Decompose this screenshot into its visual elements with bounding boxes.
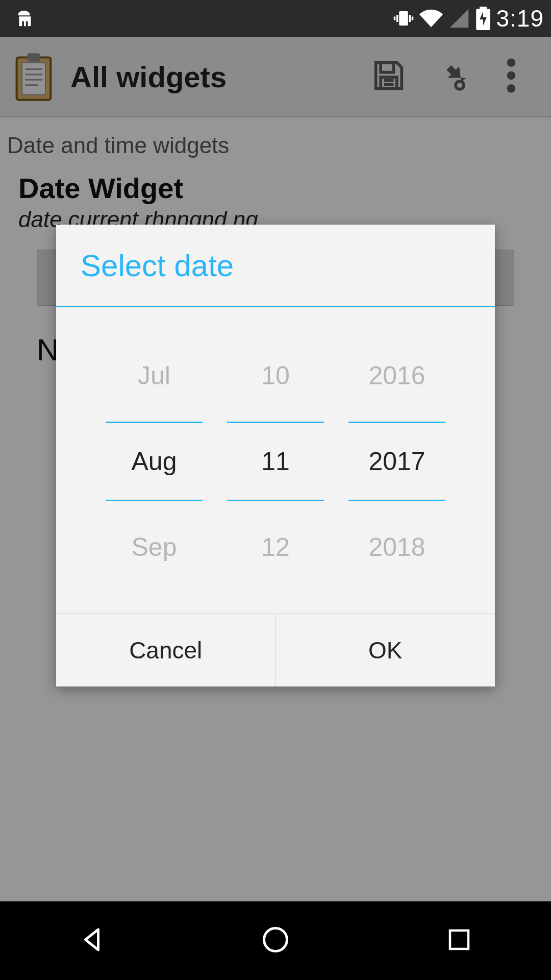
screen: 3:19 All widgets (0, 0, 551, 980)
cancel-button[interactable]: Cancel (56, 614, 276, 687)
home-circle-icon (260, 924, 291, 957)
year-picker[interactable]: 2016 2017 2018 (348, 330, 445, 593)
debug-android-icon (12, 7, 36, 30)
month-next[interactable]: Sep (106, 501, 203, 593)
year-selected[interactable]: 2017 (348, 422, 445, 501)
year-next[interactable]: 2018 (348, 501, 445, 593)
day-selected[interactable]: 11 (227, 422, 324, 501)
svg-point-15 (264, 928, 287, 951)
cellular-icon (448, 7, 470, 30)
navigation-bar (0, 901, 551, 980)
status-bar: 3:19 (0, 0, 551, 37)
back-button[interactable] (41, 915, 143, 966)
back-triangle-icon (77, 924, 107, 957)
year-prev[interactable]: 2016 (348, 330, 445, 422)
day-next[interactable]: 12 (227, 501, 324, 593)
day-prev[interactable]: 10 (227, 330, 324, 422)
dialog-button-row: Cancel OK (56, 614, 495, 687)
date-picker: Jul Aug Sep 10 11 12 2016 2017 2018 (56, 307, 495, 614)
home-button[interactable] (224, 915, 327, 966)
battery-charging-icon (475, 7, 491, 30)
svg-rect-16 (450, 930, 468, 949)
month-picker[interactable]: Jul Aug Sep (106, 330, 203, 593)
date-picker-dialog: Select date Jul Aug Sep 10 11 12 2016 20… (56, 225, 495, 687)
day-picker[interactable]: 10 11 12 (227, 330, 324, 593)
dialog-title: Select date (56, 225, 495, 307)
recents-square-icon (445, 926, 473, 955)
status-right: 3:19 (393, 5, 544, 32)
month-prev[interactable]: Jul (106, 330, 203, 422)
wifi-icon (419, 7, 443, 30)
status-clock: 3:19 (496, 5, 544, 32)
status-left (12, 7, 36, 30)
recents-button[interactable] (408, 915, 510, 966)
ok-button[interactable]: OK (276, 614, 495, 687)
month-selected[interactable]: Aug (106, 422, 203, 501)
vibrate-icon (393, 8, 414, 29)
